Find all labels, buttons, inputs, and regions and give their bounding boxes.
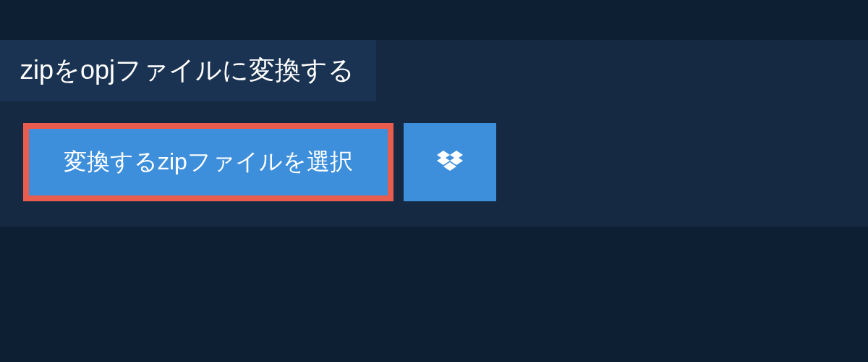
select-file-button[interactable]: 変換するzipファイルを選択: [23, 123, 393, 201]
dropbox-button[interactable]: [404, 123, 496, 201]
conversion-panel: zipをopjファイルに変換する 変換するzipファイルを選択: [0, 40, 868, 227]
select-file-label: 変換するzipファイルを選択: [64, 146, 353, 178]
dropbox-icon: [437, 151, 463, 174]
button-row: 変換するzipファイルを選択: [23, 123, 868, 201]
page-title: zipをopjファイルに変換する: [0, 40, 376, 101]
